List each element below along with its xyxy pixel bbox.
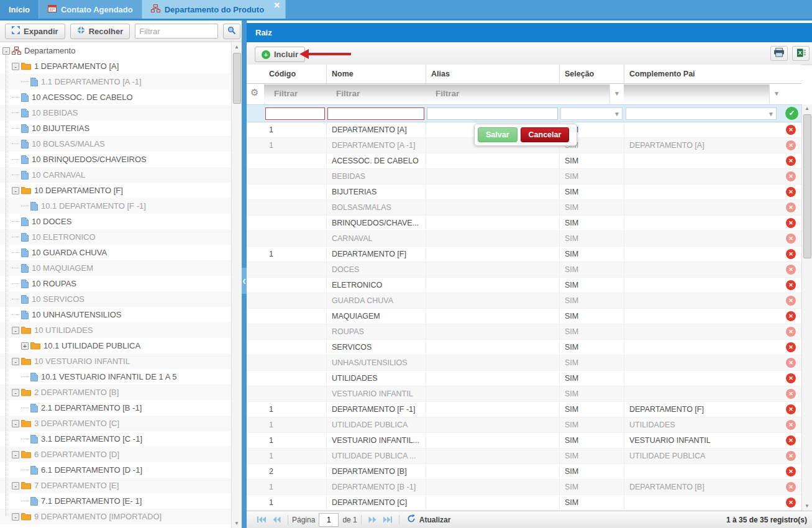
column-header[interactable]: Alias [426,65,559,83]
tree-item[interactable]: -10 DEPARTAMENTO [F] [0,183,232,198]
column-filter-input[interactable]: Filtrar [326,84,426,103]
delete-row-icon[interactable]: ✕ [786,420,796,430]
delete-row-icon[interactable]: ✕ [786,467,796,476]
delete-row-icon[interactable]: ✕ [786,218,796,228]
collapse-toggle-icon[interactable]: - [12,482,19,489]
column-header[interactable]: Nome [326,65,426,83]
collapse-toggle-icon[interactable]: - [12,513,19,521]
tree-item[interactable]: 10 ACESSOC. DE CABELO [0,89,232,105]
table-row[interactable]: 1DEPARTAMENTO [B -1]SIMDEPARTAMENTO [B]✕ [247,480,801,495]
collapse-toggle-icon[interactable]: - [12,358,19,365]
tree-item[interactable]: 6.1 DEPARTAMENTO [D -1] [0,462,232,478]
table-row[interactable]: 1DEPARTAMENTO [C]SIM✕ [247,495,801,511]
column-header[interactable]: Complemento Pai [624,65,783,83]
column-header[interactable]: Seleção [559,65,624,83]
tree-item[interactable]: 10 BOLSAS/MALAS [0,136,232,152]
table-row[interactable]: ROUPASSIM✕ [247,324,801,340]
scroll-up-icon[interactable]: ▲ [232,43,242,52]
tree-item[interactable]: +10.1 UTILIDADE PUBLICA [0,338,232,353]
table-row[interactable]: 1VESTUARIO INFANTIL...SIMVESTUARIO INFAN… [247,433,801,448]
tree-item[interactable]: 10 SERVICOS [0,291,232,307]
nome-input[interactable] [327,107,424,120]
dropdown-arrow-icon[interactable]: ▼ [769,84,783,103]
delete-row-icon[interactable]: ✕ [786,342,796,352]
delete-row-icon[interactable]: ✕ [786,482,796,492]
delete-row-icon[interactable]: ✕ [786,404,796,414]
delete-row-icon[interactable]: ✕ [786,280,796,290]
tab-departamento-do-produto[interactable]: Departamento do Produto ✕ [142,0,286,19]
tree-item[interactable]: 1.1 DEPARTAMENTO [A -1] [0,74,232,89]
tree-filter-input[interactable] [135,24,218,39]
table-row[interactable]: UNHAS/UTENSILIOSSIM✕ [247,355,801,371]
collapse-toggle-icon[interactable]: - [12,187,19,194]
table-row[interactable]: GUARDA CHUVASIM✕ [247,293,801,309]
collapse-panel-icon[interactable]: ❮ [242,268,247,294]
last-page-button[interactable] [380,514,395,526]
column-filter-input[interactable]: Filtrar [264,84,326,103]
column-filter-select[interactable]: ▼ [559,84,624,103]
table-row[interactable]: 1UTILIDADE PUBLICA ...SIMUTILIDADE PUBLI… [247,448,801,464]
delete-row-icon[interactable]: ✕ [786,234,796,244]
table-row[interactable]: CARNAVALSIM✕ [247,231,801,247]
confirm-icon[interactable]: ✓ [785,107,798,120]
tree-item[interactable]: 3.1 DEPARTAMENTO [C -1] [0,431,232,447]
tree-item[interactable]: 10 BRINQUEDOS/CHAVEIROS [0,152,232,167]
refresh-button[interactable]: Atualizar [407,514,451,525]
scroll-up-icon[interactable]: ▲ [802,104,812,113]
table-row[interactable]: 1DEPARTAMENTO [F -1]SIMDEPARTAMENTO [F]✕ [247,402,801,417]
delete-row-icon[interactable]: ✕ [786,327,796,337]
delete-row-icon[interactable]: ✕ [786,265,796,275]
tree-item[interactable]: -7 DEPARTAMENTO [E] [0,478,232,493]
selecao-select[interactable]: ▼ [560,107,623,120]
table-row[interactable]: SERVICOSSIM✕ [247,340,801,355]
tree-item[interactable]: -Departamento [0,43,232,58]
table-row[interactable]: BOLSAS/MALASSIM✕ [247,200,801,216]
delete-row-icon[interactable]: ✕ [786,451,796,461]
sidebar-scrollbar[interactable]: ▲ ▼ [231,43,242,528]
close-icon[interactable]: ✕ [273,1,280,10]
delete-row-icon[interactable]: ✕ [786,296,796,306]
delete-row-icon[interactable]: ✕ [786,156,796,166]
table-row[interactable]: DOCESSIM✕ [247,262,801,278]
prev-page-button[interactable] [269,514,284,526]
tree-item[interactable]: -1 DEPARTAMENTO [A] [0,58,232,74]
dropdown-arrow-icon[interactable]: ▼ [609,84,624,103]
tree-item[interactable]: -9 DEPARTAMENTO [IMPORTADO] [0,509,232,524]
complemento-pai-select[interactable]: ▼ [626,107,777,120]
column-filter-input[interactable]: Filtrar [426,84,559,103]
delete-row-icon[interactable]: ✕ [786,140,796,150]
table-row[interactable]: BIJUTERIASSIM✕ [247,184,801,200]
collapse-all-button[interactable]: Recolher [70,24,130,39]
tree-item[interactable]: -6 DEPARTAMENTO [D] [0,447,232,462]
tree-item[interactable]: -10 UTILIDADES [0,322,232,338]
cancel-button[interactable]: Cancelar [521,127,570,142]
collapse-toggle-icon[interactable]: - [12,420,19,427]
tab-contato-agendado[interactable]: Contato Agendado [39,0,142,19]
delete-row-icon[interactable]: ✕ [786,435,796,445]
print-grid-button[interactable] [770,46,788,61]
tree-item[interactable]: -3 DEPARTAMENTO [C] [0,416,232,431]
tree-item[interactable]: 10 BEBIDAS [0,105,232,121]
tree-item[interactable]: 10.1 VESTUARIO INFANTIL DE 1 A 5 [0,369,232,385]
collapse-toggle-icon[interactable]: - [12,451,19,458]
tree-item[interactable]: -2 DEPARTAMENTO [B] [0,385,232,400]
first-page-button[interactable] [254,514,269,526]
scrollbar-thumb[interactable] [803,114,811,258]
save-button[interactable]: Salvar [478,127,518,142]
delete-row-icon[interactable]: ✕ [786,358,796,368]
delete-row-icon[interactable]: ✕ [786,389,796,399]
page-number-input[interactable] [319,513,339,527]
next-page-button[interactable] [365,514,380,526]
expand-toggle-icon[interactable]: + [21,342,29,350]
scroll-down-icon[interactable]: ▼ [232,519,242,528]
tree-item[interactable]: 10 UNHAS/UTENSILIOS [0,307,232,322]
table-row[interactable]: 1DEPARTAMENTO [F]SIM✕ [247,247,801,262]
delete-row-icon[interactable]: ✕ [786,125,796,135]
collapse-toggle-icon[interactable]: - [2,47,10,55]
table-row[interactable]: BEBIDASSIM✕ [247,169,801,184]
tree-item[interactable]: -10 VESTUARIO INFANTIL [0,353,232,369]
tree-item[interactable]: 10 ROUPAS [0,276,232,291]
delete-row-icon[interactable]: ✕ [786,171,796,181]
collapse-toggle-icon[interactable]: - [12,63,19,70]
column-filter-select[interactable]: ▼ [624,84,783,103]
